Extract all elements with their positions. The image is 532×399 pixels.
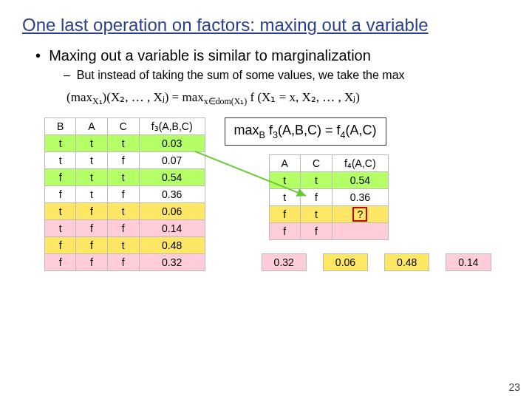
- col-header: A: [76, 118, 107, 135]
- col-header: f₄(A,C): [332, 154, 389, 171]
- table-row: ftf0.36: [45, 186, 205, 203]
- table-row: fft0.48: [45, 237, 205, 254]
- choice-item: 0.14: [446, 253, 491, 271]
- col-header: C: [107, 118, 139, 135]
- table-row: tft0.06: [45, 203, 205, 220]
- table-row: ttf0.07: [45, 152, 205, 169]
- table-row: ft?: [269, 205, 388, 222]
- choice-item: 0.32: [262, 253, 307, 271]
- choice-item: 0.06: [323, 253, 368, 271]
- col-header: A: [269, 154, 300, 171]
- table-row: fff0.32: [45, 254, 205, 271]
- page-title: One last operation on factors: maxing ou…: [22, 15, 510, 35]
- table-row: tff0.14: [45, 220, 205, 237]
- table-row: ttt0.03: [45, 135, 205, 152]
- factor-table-f4: ACf₄(A,C) tt0.54tf0.36ft?ff: [269, 154, 389, 240]
- slide-number: 23: [508, 381, 520, 393]
- formula: (maxX₁)(X₂, … , Xⱼ) = maxx∈dom(X₁) f (X₁…: [66, 89, 510, 107]
- table-row: ftt0.54: [45, 169, 205, 186]
- col-header: f₃(A,B,C): [139, 118, 205, 135]
- max-equation-box: maxB f3(A,B,C) = f4(A,C): [225, 117, 386, 146]
- choice-item: 0.48: [384, 253, 429, 271]
- answer-choices: 0.320.060.480.14: [262, 253, 510, 271]
- table-row: tt0.54: [269, 171, 388, 188]
- bullet-level1: • Maxing out a variable is similar to ma…: [35, 47, 510, 64]
- col-header: B: [45, 118, 76, 135]
- col-header: C: [300, 154, 332, 171]
- factor-table-f3: BACf₃(A,B,C) ttt0.03ttf0.07ftt0.54ftf0.3…: [44, 117, 205, 271]
- table-row: ff: [269, 222, 388, 239]
- bullet-level2: – But instead of taking the sum of some …: [64, 69, 510, 82]
- table-row: tf0.36: [269, 188, 388, 205]
